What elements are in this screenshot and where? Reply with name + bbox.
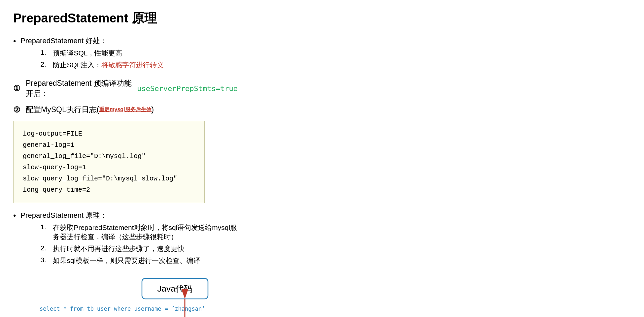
section2-end: ) [152,105,154,114]
benefit2-num: 2. [40,60,50,68]
bullet-dot: • [13,37,16,46]
code-line-5: slow_query_log_file="D:\mysql_slow.log" [23,173,195,184]
principle3-num: 3. [40,256,50,264]
left-panel: • PreparedStatement 好处： 1. 预编译SQL，性能更高 2… [13,36,238,272]
principle-label: PreparedStatement 原理： [20,211,107,219]
principle3-item: 3. 如果sql模板一样，则只需要进行一次检查、编译 [40,256,238,265]
section2-row: ② 配置MySQL执行日志( 重启mysql服务后生效 ) [13,105,238,115]
benefits-section: • PreparedStatement 好处： 1. 预编译SQL，性能更高 2… [13,36,238,72]
code-line-6: long_query_time=2 [23,184,195,196]
benefit2-prefix: 防止SQL注入： [53,60,101,70]
benefit2-red: 将敏感字符进行转义 [101,60,164,70]
section2-red: 重启mysql服务后生效 [99,106,151,113]
svg-text:Java代码: Java代码 [157,284,193,294]
code-line-1: log-output=FILE [23,128,195,140]
page-title: PreparedStatement 原理 [13,10,631,27]
diagram-svg: Java代码 select * from tb_user where usern… [30,272,413,317]
principle2-num: 2. [40,244,50,252]
code-line-3: general_log_file="D:\mysql.log" [23,151,195,162]
benefit1-text: 预编译SQL，性能更高 [53,48,122,58]
section2-text: 配置MySQL执行日志( [26,105,99,115]
section1-text: PreparedStatement 预编译功能开启： [26,78,137,99]
svg-text:select * from tb_user where us: select * from tb_user where username = ’… [40,305,205,312]
code-line-4: slow-query-log=1 [23,162,195,173]
section2-num: ② [13,105,20,114]
code-block: log-output=FILE general-log=1 general_lo… [13,121,205,203]
section1-green: useServerPrepStmts=true [137,84,238,93]
principle1-text: 在获取PreparedStatement对象时，将sql语句发送给mysql服务… [53,223,238,241]
code-line-2: general-log=1 [23,140,195,151]
principle-section: • PreparedStatement 原理： 1. 在获取PreparedSt… [13,210,238,268]
section1-row: ① PreparedStatement 预编译功能开启： useServerPr… [13,78,238,99]
principle1-num: 1. [40,223,50,231]
right-panel: Java代码 select * from tb_user where usern… [30,272,426,317]
benefits-label: PreparedStatement 好处： [20,37,107,45]
benefit1-item: 1. 预编译SQL，性能更高 [40,48,164,58]
principle3-text: 如果sql模板一样，则只需要进行一次检查、编译 [53,256,200,265]
principle2-text: 执行时就不用再进行这些步骤了，速度更快 [53,244,185,253]
principle1-item: 1. 在获取PreparedStatement对象时，将sql语句发送给mysq… [40,223,238,241]
section1-num: ① [13,84,20,93]
benefit2-item: 2. 防止SQL注入： 将敏感字符进行转义 [40,60,164,70]
principle-bullet-dot: • [13,211,16,220]
principle2-item: 2. 执行时就不用再进行这些步骤了，速度更快 [40,244,238,253]
benefit1-num: 1. [40,48,50,56]
